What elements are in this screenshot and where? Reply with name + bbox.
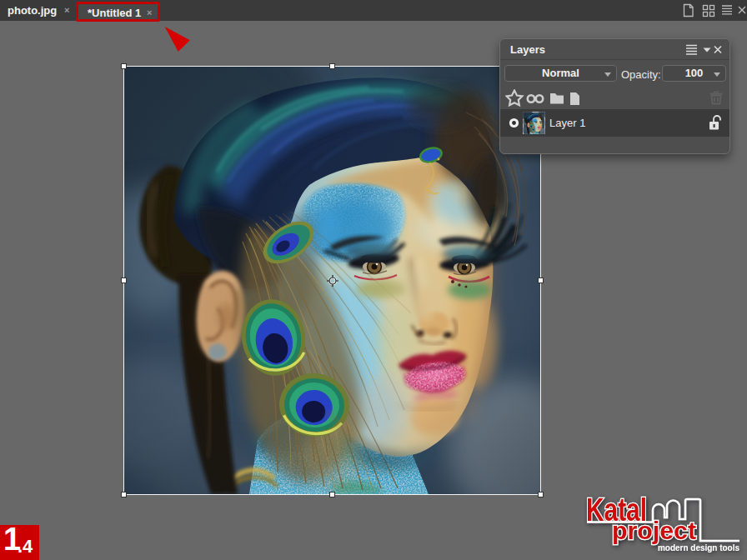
svg-text:modern design tools: modern design tools: [658, 542, 739, 552]
svg-text:project: project: [612, 517, 696, 544]
